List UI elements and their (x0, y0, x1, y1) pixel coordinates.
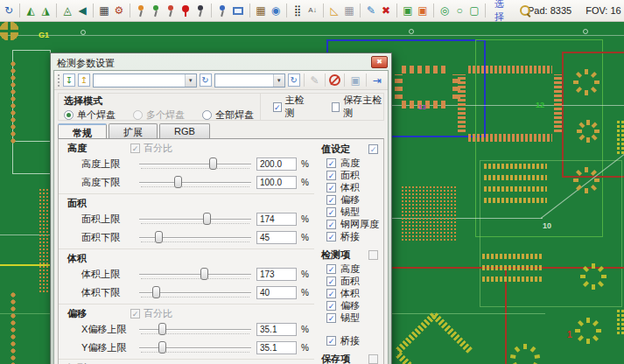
value-input[interactable]: 35.1 (256, 323, 297, 336)
slider[interactable] (139, 175, 251, 191)
select-mode-label[interactable]: 选择 (494, 0, 504, 24)
ruler-icon[interactable]: ◺ (327, 4, 341, 18)
checkbox-icon[interactable]: ✓ (326, 336, 336, 346)
value-input[interactable]: 174 (256, 213, 297, 226)
checkbox-icon[interactable] (332, 102, 340, 112)
checkbox-icon[interactable]: ✓ (326, 207, 336, 217)
measure-a-icon[interactable]: ◭ (24, 4, 38, 18)
percent-checkbox[interactable]: ✓百分比 (130, 142, 172, 155)
slider[interactable] (139, 212, 251, 228)
apply-profile-icon[interactable]: ↻ (200, 74, 212, 87)
mode-check-0[interactable]: ✓主检测 (273, 94, 309, 120)
value-input[interactable]: 45 (256, 231, 297, 244)
check-item[interactable]: ✓钢网厚度 (326, 219, 382, 229)
radio-icon[interactable] (64, 110, 74, 120)
marker-icon[interactable] (181, 4, 190, 18)
circle-icon[interactable]: ○ (452, 4, 466, 18)
save-icon[interactable]: ▣ (348, 74, 362, 88)
checkbox-icon[interactable]: ✓ (326, 171, 336, 180)
checkbox-icon[interactable]: ✓ (326, 264, 336, 274)
master-checkbox[interactable] (368, 354, 378, 364)
chart-edit-icon[interactable]: ✎ (364, 4, 378, 18)
checkbox-icon[interactable]: ✓ (326, 220, 336, 229)
grid-icon[interactable]: ▦ (342, 4, 356, 18)
load-profile-icon[interactable]: ↥ (78, 74, 90, 87)
slider-thumb[interactable] (155, 231, 163, 243)
dialog-titlebar[interactable]: 检测参数设置 ✖ (53, 56, 389, 70)
stop-icon[interactable]: ▢ (467, 4, 481, 18)
checkbox-icon[interactable]: ✓ (326, 183, 336, 192)
slider-thumb[interactable] (203, 213, 211, 225)
percent-checkbox[interactable]: ✓百分比 (130, 307, 172, 320)
tab-1[interactable]: 扩展 (109, 123, 158, 138)
master-checkbox[interactable]: ✓ (368, 144, 378, 154)
check-item[interactable]: ✓锡型 (326, 312, 382, 323)
check-item[interactable]: ✓锡型 (326, 206, 382, 217)
pan-rotate-icon[interactable]: ↻ (2, 4, 16, 18)
mode-radio-2[interactable]: 全部焊盘 (202, 108, 254, 122)
blocks-icon[interactable]: ⣿ (291, 4, 305, 18)
rect-select-icon[interactable] (233, 7, 243, 15)
slider-thumb[interactable] (152, 286, 160, 298)
check-item[interactable]: ✓高度 (326, 158, 382, 168)
checkbox-icon[interactable]: ✓ (326, 276, 336, 286)
slider[interactable] (139, 322, 251, 338)
forbid-icon[interactable] (329, 74, 340, 86)
slider-thumb[interactable] (158, 341, 166, 354)
prism-icon[interactable]: ◬ (60, 4, 74, 18)
slider-thumb[interactable] (209, 158, 217, 170)
camera-icon[interactable]: ◉ (269, 4, 283, 18)
green-doc-icon[interactable]: ▣ (401, 4, 415, 18)
slider[interactable] (139, 285, 251, 301)
check-item[interactable]: ✓桥接 (326, 335, 382, 346)
check-item[interactable]: ✓体积 (326, 288, 382, 298)
tab-2[interactable]: RGB (159, 123, 210, 138)
radio-icon[interactable] (202, 110, 212, 120)
slider-thumb[interactable] (174, 176, 182, 188)
slider[interactable] (139, 267, 251, 283)
check-item[interactable]: ✓高度 (326, 263, 382, 274)
checkbox-icon[interactable]: ✓ (326, 313, 336, 323)
check-item[interactable]: ✓体积 (326, 182, 382, 192)
delete-icon[interactable]: ✖ (379, 4, 393, 18)
check-item[interactable]: ✓偏移 (326, 194, 382, 205)
tools-icon[interactable]: ⚙ (112, 4, 126, 18)
pin-dark-icon[interactable] (196, 4, 205, 18)
value-input[interactable]: 40 (256, 286, 297, 299)
value-input[interactable]: 100.0 (256, 176, 297, 189)
check-item[interactable]: ✓桥接 (326, 231, 382, 242)
checkbox-icon[interactable]: ✓ (326, 301, 336, 311)
radio-icon[interactable] (133, 110, 143, 120)
apply-profile2-icon[interactable]: ↻ (288, 74, 300, 87)
board-icon[interactable]: ▦ (254, 4, 268, 18)
close-button[interactable]: ✖ (371, 56, 388, 68)
pin-red-icon[interactable] (166, 4, 175, 18)
value-input[interactable]: 173 (256, 268, 297, 281)
slider-thumb[interactable] (200, 268, 208, 280)
checkbox-icon[interactable]: ✓ (326, 158, 336, 168)
pin-green-icon[interactable] (151, 4, 160, 18)
checkbox-icon[interactable]: ✓ (326, 289, 336, 298)
exit-icon[interactable]: ⇥ (370, 74, 384, 88)
check-item[interactable]: ✓偏移 (326, 300, 382, 311)
checkbox-icon[interactable]: ✓ (273, 102, 282, 112)
check-item[interactable]: ✓面积 (326, 276, 382, 286)
mode-radio-1[interactable]: 多个焊盘 (133, 108, 185, 122)
profile-combo-1[interactable]: ▼ (93, 74, 197, 88)
value-input[interactable]: 35.1 (256, 341, 297, 354)
chart-icon[interactable]: ✎ (308, 74, 322, 88)
check-item[interactable]: ✓面积 (326, 170, 382, 180)
measure-b-icon[interactable]: ◮ (39, 4, 53, 18)
master-checkbox[interactable] (368, 250, 378, 260)
record-icon[interactable]: ◎ (438, 4, 452, 18)
image-icon[interactable]: ▦ (97, 4, 111, 18)
orange-doc-icon[interactable]: ▣ (416, 4, 430, 18)
checkbox-icon[interactable]: ✓ (326, 195, 336, 205)
checkbox-icon[interactable]: ✓ (130, 309, 140, 318)
slider[interactable] (139, 157, 251, 172)
pin-orange-icon[interactable] (137, 4, 145, 18)
value-input[interactable]: 200.0 (256, 158, 297, 171)
pin-blue-icon[interactable] (218, 4, 227, 18)
mode-check-1[interactable]: 保存主检测 (332, 94, 383, 120)
checkbox-icon[interactable]: ✓ (326, 232, 336, 242)
